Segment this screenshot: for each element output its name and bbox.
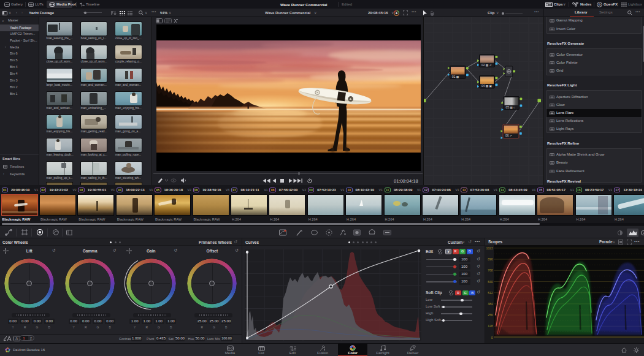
svg-text:05 ▦ ○: 05 ▦ ○ [506, 106, 516, 109]
svg-text:04 ▦ ▣: 04 ▦ ▣ [481, 85, 492, 88]
svg-text:fx: fx [598, 3, 600, 6]
svg-text:A: A [15, 336, 18, 341]
svg-text:01 ▦: 01 ▦ [452, 75, 459, 78]
svg-text:06 ↗: 06 ↗ [505, 134, 512, 137]
svg-text:02 ▦ ↗: 02 ▦ ↗ [481, 64, 492, 67]
